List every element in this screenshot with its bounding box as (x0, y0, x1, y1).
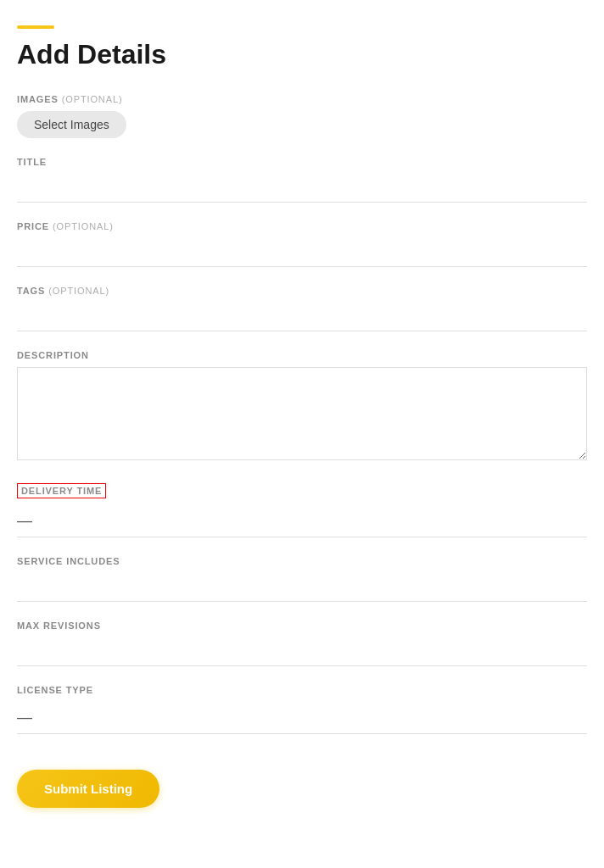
max-revisions-section: MAX REVISIONS (17, 620, 587, 666)
title-label: TITLE (17, 157, 587, 167)
price-input[interactable] (17, 238, 587, 267)
accent-bar (17, 25, 54, 29)
service-includes-input[interactable] (17, 573, 587, 602)
max-revisions-label: MAX REVISIONS (17, 620, 587, 631)
license-type-dropdown[interactable]: — (17, 702, 587, 734)
tags-input[interactable] (17, 303, 587, 331)
price-section: PRICE(OPTIONAL) (17, 221, 587, 267)
license-type-label: LICENSE TYPE (17, 685, 587, 695)
service-includes-section: SERVICE INCLUDES (17, 556, 587, 602)
submit-listing-button[interactable]: Submit Listing (17, 770, 159, 808)
images-label: IMAGES(OPTIONAL) (17, 94, 587, 104)
select-images-button[interactable]: Select Images (17, 111, 126, 138)
description-input[interactable] (17, 367, 587, 460)
delivery-time-dropdown[interactable]: — (17, 505, 587, 537)
price-label: PRICE(OPTIONAL) (17, 221, 587, 231)
description-label: DESCRIPTION (17, 350, 587, 360)
title-input[interactable] (17, 174, 587, 203)
title-section: TITLE (17, 157, 587, 203)
page-title: Add Details (17, 39, 587, 70)
tags-section: TAGS(OPTIONAL) (17, 286, 587, 331)
images-section: IMAGES(OPTIONAL) Select Images (17, 94, 587, 138)
max-revisions-input[interactable] (17, 637, 587, 666)
license-type-section: LICENSE TYPE — (17, 685, 587, 734)
tags-label: TAGS(OPTIONAL) (17, 286, 587, 296)
delivery-time-label: DELIVERY TIME (17, 483, 106, 498)
description-section: DESCRIPTION (17, 350, 587, 464)
delivery-time-section: DELIVERY TIME — (17, 482, 587, 537)
service-includes-label: SERVICE INCLUDES (17, 556, 587, 566)
